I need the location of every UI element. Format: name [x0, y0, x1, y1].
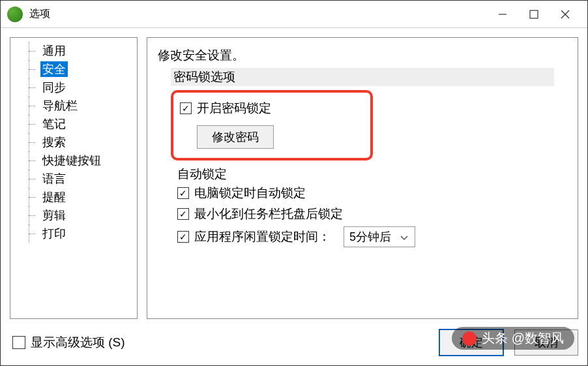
sidebar-item-label: 语言	[40, 171, 68, 187]
cancel-button[interactable]: 取消	[514, 329, 578, 356]
checkbox-label: 开启密码锁定	[197, 100, 271, 117]
sidebar-item-label: 同步	[40, 80, 68, 95]
idle-lock-checkbox[interactable]: 应用程序闲置锁定时间： 5分钟后	[158, 224, 567, 249]
checkbox-label: 应用程序闲置锁定时间：	[194, 228, 331, 245]
enable-password-lock-checkbox[interactable]: 开启密码锁定	[180, 98, 364, 119]
ok-button[interactable]: 确定	[439, 329, 504, 356]
checkbox-icon	[177, 231, 189, 243]
sidebar-item-label: 通用	[40, 43, 68, 59]
sidebar-item-6[interactable]: 快捷键按钮	[10, 151, 137, 170]
sidebar-item-4[interactable]: 笔记	[10, 115, 137, 133]
app-icon	[7, 7, 23, 22]
auto-lock-title: 自动锁定	[177, 166, 567, 183]
maximize-button[interactable]	[518, 4, 550, 25]
checkbox-icon	[177, 187, 189, 199]
sidebar-item-8[interactable]: 提醒	[10, 188, 137, 206]
close-button[interactable]	[550, 4, 581, 25]
lock-on-minimize-checkbox[interactable]: 最小化到任务栏托盘后锁定	[158, 204, 567, 224]
panel-heading: 修改安全设置。	[158, 47, 567, 64]
show-advanced-checkbox[interactable]: 显示高级选项 (S)	[10, 332, 428, 353]
sidebar-item-5[interactable]: 搜索	[10, 133, 137, 151]
sidebar-item-label: 搜索	[40, 134, 68, 150]
sidebar-item-label: 剪辑	[40, 207, 68, 223]
sidebar-item-label: 打印	[40, 226, 68, 241]
password-section-title: 密码锁选项	[171, 68, 554, 86]
sidebar-item-7[interactable]: 语言	[10, 170, 137, 188]
chevron-down-icon	[400, 230, 408, 244]
sidebar-item-3[interactable]: 导航栏	[10, 97, 137, 115]
main-panel: 修改安全设置。 密码锁选项 开启密码锁定 修改密码 自动锁定 电脑锁定时自动锁定…	[147, 37, 578, 319]
sidebar-item-9[interactable]: 剪辑	[10, 206, 137, 224]
checkbox-label: 最小化到任务栏托盘后锁定	[194, 206, 343, 222]
lock-on-screen-checkbox[interactable]: 电脑锁定时自动锁定	[158, 183, 567, 204]
sidebar-item-2[interactable]: 同步	[10, 78, 137, 97]
sidebar-item-label: 快捷键按钮	[40, 153, 103, 168]
sidebar-item-10[interactable]: 打印	[10, 224, 137, 243]
checkbox-label: 显示高级选项 (S)	[31, 334, 125, 351]
sidebar-item-label: 笔记	[40, 116, 68, 132]
content-area: 通用安全同步导航栏笔记搜索快捷键按钮语言提醒剪辑打印 修改安全设置。 密码锁选项…	[1, 28, 587, 328]
checkbox-label: 电脑锁定时自动锁定	[194, 185, 306, 202]
sidebar-item-1[interactable]: 安全	[10, 60, 137, 78]
footer: 显示高级选项 (S) 确定 取消	[10, 329, 578, 356]
idle-time-dropdown[interactable]: 5分钟后	[344, 226, 415, 247]
sidebar-item-label: 导航栏	[40, 98, 80, 114]
window-title: 选项	[29, 7, 487, 21]
svg-rect-1	[530, 10, 538, 18]
checkbox-icon	[12, 336, 25, 349]
dropdown-value: 5分钟后	[349, 229, 391, 245]
highlight-box: 开启密码锁定 修改密码	[171, 90, 373, 160]
modify-password-button[interactable]: 修改密码	[197, 125, 274, 149]
checkbox-icon	[177, 208, 189, 220]
title-bar: 选项	[1, 1, 587, 28]
sidebar-item-label: 安全	[40, 61, 68, 77]
sidebar-item-label: 提醒	[40, 189, 68, 205]
checkbox-icon	[180, 102, 192, 114]
sidebar: 通用安全同步导航栏笔记搜索快捷键按钮语言提醒剪辑打印	[10, 37, 138, 319]
minimize-button[interactable]	[487, 4, 518, 25]
sidebar-item-0[interactable]: 通用	[10, 42, 137, 60]
